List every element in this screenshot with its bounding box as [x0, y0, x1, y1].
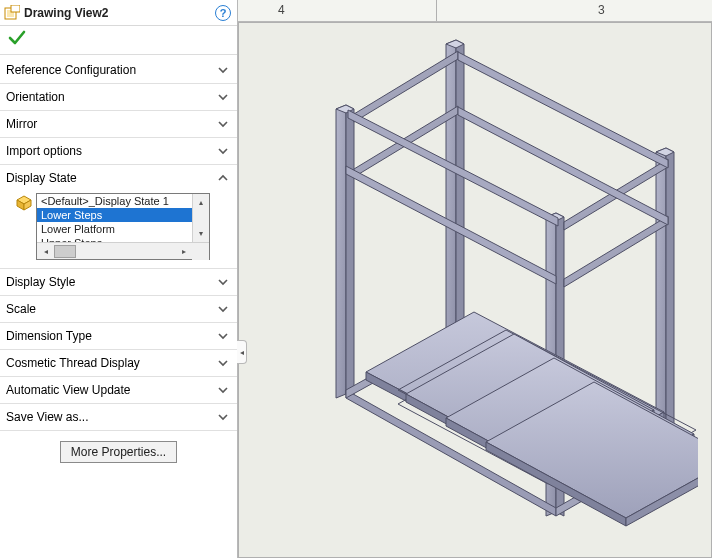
scroll-left-icon[interactable]: ◂	[37, 247, 54, 256]
scroll-down-icon[interactable]: ▾	[193, 225, 209, 242]
svg-marker-6	[336, 105, 346, 398]
ok-check-icon[interactable]	[8, 29, 26, 52]
section-mirror-header[interactable]: Mirror	[0, 111, 237, 137]
section-display-style: Display Style	[0, 269, 237, 296]
svg-marker-7	[346, 105, 354, 398]
scroll-thumb[interactable]	[54, 245, 76, 258]
section-display-style-header[interactable]: Display Style	[0, 269, 237, 295]
svg-marker-22	[458, 52, 668, 168]
svg-marker-18	[354, 51, 458, 122]
section-mirror: Mirror	[0, 111, 237, 138]
svg-marker-15	[656, 148, 666, 453]
section-orientation-header[interactable]: Orientation	[0, 84, 237, 110]
section-dimension: Dimension Type	[0, 323, 237, 350]
display-state-icon	[16, 195, 32, 211]
panel-title: Drawing View2	[24, 6, 215, 20]
section-save-as: Save View as...	[0, 404, 237, 431]
section-reference-header[interactable]: Reference Configuration	[0, 57, 237, 83]
section-cosmetic: Cosmetic Thread Display	[0, 350, 237, 377]
chevron-down-icon	[217, 357, 229, 369]
section-auto-update: Automatic View Update	[0, 377, 237, 404]
model-view[interactable]	[298, 34, 698, 548]
display-state-item[interactable]: Lower Platform	[37, 222, 192, 236]
chevron-down-icon	[217, 384, 229, 396]
section-display-state-header[interactable]: Display State	[0, 165, 237, 191]
drawing-view-icon	[4, 5, 20, 21]
section-import-header[interactable]: Import options	[0, 138, 237, 164]
property-panel: Drawing View2 ? Reference Configuration …	[0, 0, 238, 558]
section-auto-update-header[interactable]: Automatic View Update	[0, 377, 237, 403]
display-state-item[interactable]: Upper Steps	[37, 236, 192, 242]
chevron-down-icon	[217, 64, 229, 76]
svg-marker-16	[666, 148, 674, 453]
ruler-mark-3: 3	[598, 3, 605, 17]
display-state-item[interactable]: Lower Steps	[37, 208, 192, 222]
horizontal-scrollbar[interactable]: ◂ ▸	[37, 242, 209, 259]
more-properties-button[interactable]: More Properties...	[60, 441, 177, 463]
section-dimension-header[interactable]: Dimension Type	[0, 323, 237, 349]
section-reference: Reference Configuration	[0, 57, 237, 84]
more-properties-row: More Properties...	[0, 431, 237, 473]
svg-rect-2	[11, 5, 20, 12]
chevron-down-icon	[217, 303, 229, 315]
chevron-down-icon	[217, 145, 229, 157]
confirm-row	[0, 26, 237, 54]
app-root: Drawing View2 ? Reference Configuration …	[0, 0, 712, 558]
chevron-down-icon	[217, 411, 229, 423]
chevron-down-icon	[217, 330, 229, 342]
svg-marker-12	[446, 40, 456, 337]
chevron-down-icon	[217, 276, 229, 288]
section-scale: Scale	[0, 296, 237, 323]
display-state-listbox[interactable]: <Default>_Display State 1Lower StepsLowe…	[36, 193, 210, 260]
section-save-as-header[interactable]: Save View as...	[0, 404, 237, 430]
chevron-down-icon	[217, 91, 229, 103]
svg-marker-21	[564, 216, 668, 287]
chevron-up-icon	[217, 172, 229, 184]
scroll-up-icon[interactable]: ▴	[193, 194, 209, 211]
chevron-down-icon	[217, 118, 229, 130]
section-display-state: Display State <Default>_Display State 1L…	[0, 165, 237, 269]
svg-marker-23	[458, 107, 668, 225]
drawing-canvas[interactable]: 4 3 ◂	[238, 0, 712, 558]
section-scale-header[interactable]: Scale	[0, 296, 237, 322]
section-orientation: Orientation	[0, 84, 237, 111]
horizontal-ruler: 4 3	[238, 0, 712, 22]
ruler-mark-4: 4	[278, 3, 285, 17]
panel-collapse-grip[interactable]: ◂	[237, 340, 247, 364]
panel-header: Drawing View2 ?	[0, 0, 237, 26]
section-import: Import options	[0, 138, 237, 165]
panel-body: Reference Configuration Orientation Mirr…	[0, 54, 237, 558]
section-cosmetic-header[interactable]: Cosmetic Thread Display	[0, 350, 237, 376]
ruler-divider	[436, 0, 437, 21]
vertical-scrollbar[interactable]: ▴ ▾	[192, 194, 209, 242]
svg-marker-13	[456, 40, 464, 337]
display-state-body: <Default>_Display State 1Lower StepsLowe…	[0, 191, 237, 268]
help-icon[interactable]: ?	[215, 5, 231, 21]
scroll-right-icon[interactable]: ▸	[175, 247, 192, 256]
display-state-item[interactable]: <Default>_Display State 1	[37, 194, 192, 208]
